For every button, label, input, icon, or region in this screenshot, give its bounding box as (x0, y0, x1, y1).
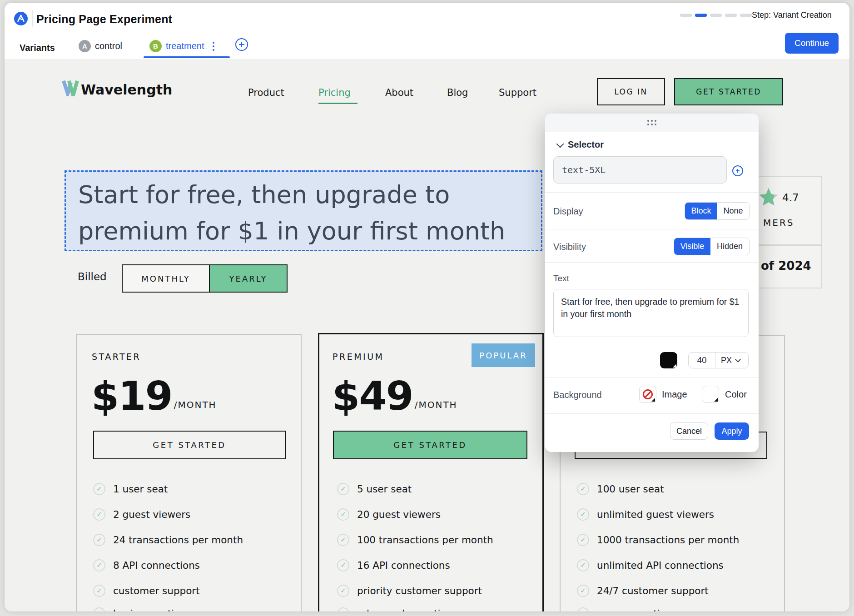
background-color-label: Color (725, 389, 747, 400)
feature-row: ✓customer support (93, 584, 200, 597)
feature-row: ✓8 API connections (93, 559, 200, 571)
tab-variant-treatment[interactable]: B treatment (149, 40, 214, 52)
check-icon: ✓ (337, 585, 349, 597)
billing-toggle: MONTHLY YEARLY (122, 264, 288, 293)
selected-headline-element[interactable]: Start for free, then upgrade to premium … (65, 170, 542, 251)
check-icon: ✓ (337, 534, 349, 546)
login-button[interactable]: LOG IN (597, 78, 665, 105)
feature-row: ✓24/7 customer support (577, 584, 709, 597)
continue-button[interactable]: Continue (785, 33, 839, 54)
feature-label: advanced reporting (357, 608, 453, 612)
header-get-started-button[interactable]: GET STARTED (674, 78, 783, 105)
nav-product[interactable]: Product (248, 87, 284, 98)
feature-row: ✓100 user seat (577, 482, 664, 495)
nav-pricing[interactable]: Pricing (318, 87, 351, 98)
apply-button[interactable]: Apply (715, 422, 749, 440)
app-logo-icon (14, 12, 28, 25)
feature-row: ✓20 guest viewers (337, 508, 441, 521)
element-editor-panel: Selector text-5XL Display Block None Vis… (545, 114, 759, 452)
check-icon: ✓ (337, 483, 349, 495)
text-color-swatch[interactable] (660, 352, 677, 368)
award-caption-partial: of 2024 (761, 259, 811, 273)
feature-label: 100 transactions per month (357, 534, 493, 546)
price-value: $49 (332, 376, 413, 416)
check-icon: ✓ (93, 483, 105, 495)
feature-row: ✓unlimited guest viewers (577, 508, 714, 521)
display-label: Display (553, 206, 583, 217)
brand-logo-icon (62, 80, 79, 96)
font-size-input[interactable]: 40 (689, 355, 715, 365)
variant-menu-kebab-icon[interactable] (213, 42, 214, 51)
nav-support[interactable]: Support (499, 87, 536, 98)
feature-row: ✓unlimited API connections (577, 559, 724, 571)
feature-row: ✓advanced reporting (337, 607, 453, 611)
background-image-none-button[interactable] (639, 386, 656, 403)
visibility-segmented-control: Visible Hidden (674, 238, 750, 255)
check-icon: ✓ (577, 559, 589, 571)
divider (545, 377, 759, 378)
feature-row: ✓1000 transactions per month (577, 533, 739, 546)
feature-label: 16 API connections (357, 560, 450, 571)
feature-label: 24 transactions per month (113, 534, 243, 546)
billing-monthly-option[interactable]: MONTHLY (123, 265, 210, 292)
plan-name-premium: PREMIUM (333, 352, 384, 362)
text-label: Text (553, 273, 569, 283)
feature-row: ✓100 transactions per month (337, 533, 493, 546)
variant-control-label: control (95, 41, 122, 51)
visibility-visible-option[interactable]: Visible (674, 238, 710, 255)
feature-label: 1 user seat (113, 483, 168, 495)
font-size-control[interactable]: 40 PX (688, 352, 749, 368)
nav-blog[interactable]: Blog (447, 87, 468, 98)
billing-yearly-option[interactable]: YEARLY (210, 265, 287, 292)
variant-a-badge: A (79, 40, 91, 52)
check-icon: ✓ (577, 483, 589, 495)
price-period: /MONTH (174, 399, 217, 410)
add-selector-button[interactable] (732, 165, 743, 176)
check-icon: ✓ (337, 508, 349, 521)
display-block-option[interactable]: Block (685, 203, 717, 219)
check-icon: ✓ (93, 585, 105, 597)
brand-name[interactable]: Wavelength (81, 82, 172, 98)
progress-segment (725, 14, 737, 17)
text-content-textarea[interactable]: Start for free, then upgrade to premium … (553, 289, 749, 337)
nav-about[interactable]: About (385, 87, 413, 98)
feature-label: 24/7 customer support (597, 585, 709, 596)
divider (545, 192, 759, 193)
step-label: Step: Variant Creation (752, 10, 832, 20)
background-label: Background (553, 390, 602, 400)
feature-row: ✓24 transactions per month (93, 533, 243, 546)
add-variant-button[interactable] (235, 38, 248, 51)
cancel-button[interactable]: Cancel (670, 422, 708, 440)
check-icon: ✓ (577, 607, 589, 612)
background-color-swatch[interactable] (702, 386, 719, 403)
chevron-down-icon[interactable] (556, 140, 564, 148)
feature-label: super reporting (597, 608, 672, 612)
visibility-hidden-option[interactable]: Hidden (710, 238, 749, 255)
app-window: Pricing Page Experiment Variants A contr… (5, 3, 849, 611)
feature-label: customer support (113, 585, 200, 596)
starter-get-started-button[interactable]: GET STARTED (93, 431, 286, 459)
price-period: /MONTH (415, 399, 457, 410)
panel-drag-handle[interactable] (545, 114, 759, 132)
background-image-label: Image (662, 389, 687, 400)
feature-row: ✓priority customer support (337, 584, 482, 597)
chevron-down-icon (735, 357, 741, 363)
rating-caption-partial: MERS (763, 217, 794, 228)
feature-label: 5 user seat (357, 483, 412, 495)
rating-star-icon (759, 187, 779, 207)
progress-segment (740, 14, 752, 17)
feature-label: unlimited guest viewers (597, 509, 714, 520)
feature-label: 2 guest viewers (113, 509, 190, 520)
feature-label: priority customer support (357, 585, 482, 596)
check-icon: ✓ (93, 607, 105, 612)
progress-segment-active (695, 14, 707, 17)
font-unit-select[interactable]: PX (721, 356, 732, 365)
tab-variant-control[interactable]: A control (79, 40, 122, 52)
display-none-option[interactable]: None (717, 203, 749, 219)
variant-treatment-label: treatment (166, 41, 204, 51)
selector-input[interactable]: text-5XL (553, 156, 727, 184)
feature-row: ✓basic reporting (93, 607, 187, 611)
nav-active-underline (318, 103, 357, 104)
premium-get-started-button[interactable]: GET STARTED (333, 431, 527, 459)
progress-segment (710, 14, 722, 17)
